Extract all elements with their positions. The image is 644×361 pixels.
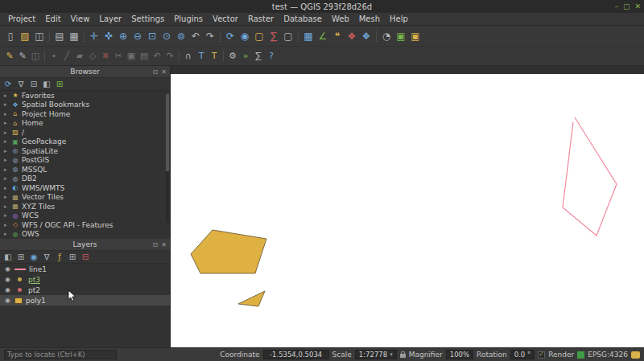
browser-item-project-home[interactable]: ▸ ⌂ Project Home — [0, 109, 170, 119]
menu-edit[interactable]: Edit — [40, 14, 65, 23]
zoom-to-layer-icon[interactable]: ⊚ — [174, 29, 188, 43]
map-themes-icon[interactable]: ◉ — [28, 252, 39, 263]
copy-features-icon[interactable]: ▣ — [125, 50, 138, 63]
layer-diagram-icon[interactable]: T — [208, 50, 221, 63]
menu-layer[interactable]: Layer — [94, 14, 126, 23]
layer-row-poly1[interactable]: ◉ poly1 — [0, 295, 170, 306]
new-bookmark-icon[interactable]: ❖ — [345, 29, 359, 43]
zoom-last-icon[interactable]: ↶ — [188, 29, 203, 43]
delete-selected-icon[interactable]: ✖ — [99, 50, 112, 63]
scrollbar-thumb[interactable] — [166, 94, 169, 171]
browser-item-root[interactable]: ▸ ▨ / — [0, 128, 170, 137]
new-print-layout-icon[interactable]: ▤ — [52, 29, 67, 43]
rotation-spinbox[interactable]: 0.0 ° — [510, 350, 535, 359]
properties-widget-icon[interactable]: ◧ — [41, 79, 52, 90]
new-3d-map-view-icon[interactable]: ▣ — [394, 29, 408, 43]
expand-arrow-icon[interactable]: ▸ — [4, 175, 9, 182]
map-feature-poly1-small[interactable] — [238, 291, 265, 306]
visibility-checkbox[interactable]: ◉ — [4, 276, 11, 283]
zoom-in-icon[interactable]: ⊕ — [116, 29, 130, 43]
menu-web[interactable]: Web — [327, 14, 354, 23]
scale-combobox[interactable]: 1:72778 ▾ — [355, 350, 397, 359]
zoom-full-icon[interactable]: ⊡ — [145, 29, 159, 43]
menu-help[interactable]: Help — [385, 14, 413, 23]
render-checkbox[interactable]: ✓ — [538, 351, 545, 359]
statistical-summary-icon[interactable]: ∑ — [252, 50, 265, 63]
temporal-controller-icon[interactable]: ◔ — [379, 29, 394, 43]
browser-item-db2[interactable]: ▸ ◍ DB2 — [0, 174, 170, 184]
crs-button[interactable]: EPSG:4326 — [588, 351, 628, 359]
cut-features-icon[interactable]: ✂ — [112, 50, 125, 63]
pan-to-selection-icon[interactable]: ✜ — [101, 29, 116, 43]
layer-row-pt3[interactable]: ◉ pt3 — [0, 274, 170, 285]
browser-item-home[interactable]: ▸ ⌂ Home — [0, 119, 170, 129]
close-icon[interactable]: ✕ — [161, 241, 167, 248]
browser-panel-header[interactable]: Browser ⊡ ✕ — [0, 66, 170, 78]
visibility-checkbox[interactable]: ◉ — [4, 286, 11, 293]
layer-row-line1[interactable]: ◉ line1 — [0, 264, 170, 274]
expand-arrow-icon[interactable]: ▸ — [4, 185, 9, 191]
redo-icon[interactable]: ↷ — [163, 50, 176, 63]
messages-icon[interactable]: ▣ — [408, 29, 423, 43]
paste-features-icon[interactable]: ▤ — [138, 50, 151, 63]
lock-scale-icon[interactable] — [400, 354, 406, 358]
maximize-icon[interactable]: ▢ — [623, 3, 630, 10]
expand-arrow-icon[interactable]: ▸ — [4, 129, 9, 136]
undo-icon[interactable]: ↶ — [151, 50, 163, 63]
toggle-editing-icon[interactable]: ✎ — [16, 50, 29, 63]
digitize-polygon-icon[interactable]: ▰ — [73, 50, 86, 63]
browser-item-xyz-tiles[interactable]: ▸ ▦ XYZ Tiles — [0, 202, 170, 211]
add-group-icon[interactable]: ⊞ — [15, 252, 27, 263]
menu-raster[interactable]: Raster — [243, 14, 279, 23]
expand-arrow-icon[interactable]: ▸ — [4, 231, 9, 237]
expand-arrow-icon[interactable]: ▸ — [4, 101, 9, 108]
help-icon[interactable]: ? — [265, 50, 278, 63]
expand-arrow-icon[interactable]: ▸ — [4, 120, 9, 126]
browser-item-ows[interactable]: ▸ ◍ OWS — [0, 230, 170, 240]
expand-arrow-icon[interactable]: ▸ — [4, 212, 9, 219]
visibility-checkbox[interactable]: ◉ — [4, 265, 11, 273]
coordinate-input[interactable] — [263, 350, 329, 359]
browser-item-vector-tiles[interactable]: ▸ ▦ Vector Tiles — [0, 193, 170, 203]
new-project-icon[interactable]: ▯ — [3, 29, 18, 43]
python-console-icon[interactable]: » — [239, 50, 252, 63]
layout-manager-icon[interactable]: ▦ — [67, 29, 81, 43]
vertex-tool-icon[interactable]: ◇ — [86, 50, 99, 63]
browser-item-spatialite[interactable]: ▸ ◎ SpatiaLite — [0, 146, 170, 156]
zoom-next-icon[interactable]: ↷ — [203, 29, 217, 43]
expand-arrow-icon[interactable]: ▸ — [4, 222, 9, 228]
open-attribute-table-icon[interactable]: ▦ — [301, 29, 316, 43]
expand-arrow-icon[interactable]: ▸ — [4, 166, 9, 173]
menu-settings[interactable]: Settings — [126, 14, 169, 23]
digitize-point-icon[interactable]: ∙ — [47, 50, 60, 63]
layer-styling-icon[interactable]: ◧ — [2, 252, 14, 263]
expand-all-icon[interactable]: ⊞ — [67, 252, 78, 263]
magnifier-spinbox[interactable]: 100% — [446, 350, 473, 359]
browser-item-wcs[interactable]: ▸ ◍ WCS — [0, 211, 170, 221]
refresh-browser-icon[interactable]: ⟳ — [2, 79, 14, 90]
pan-map-icon[interactable]: ✛ — [87, 29, 101, 43]
browser-item-favorites[interactable]: ▸ ★ Favorites — [0, 91, 170, 101]
menu-project[interactable]: Project — [3, 14, 40, 23]
filter-by-expression-icon[interactable]: ƒ — [54, 252, 65, 263]
expand-arrow-icon[interactable]: ▸ — [4, 194, 9, 200]
select-features-icon[interactable]: ▢ — [252, 29, 266, 43]
layer-labeling-icon[interactable]: T — [195, 50, 208, 63]
browser-item-spatial-bookmarks[interactable]: ▸ ❖ Spatial Bookmarks — [0, 101, 170, 110]
menu-vector[interactable]: Vector — [208, 14, 243, 23]
save-edits-icon[interactable]: ◫ — [29, 50, 42, 63]
close-icon[interactable]: ✕ — [161, 68, 167, 76]
close-icon[interactable]: ✕ — [634, 3, 641, 10]
menu-view[interactable]: View — [66, 14, 95, 23]
measure-line-icon[interactable]: ∠ — [316, 29, 330, 43]
show-bookmarks-icon[interactable]: ❖ — [359, 29, 374, 43]
locate-input[interactable] — [4, 350, 117, 359]
select-by-expression-icon[interactable]: ∑ — [266, 29, 281, 43]
identify-features-icon[interactable]: ◉ — [237, 29, 252, 43]
map-tips-icon[interactable]: ❝ — [330, 29, 345, 43]
zoom-out-icon[interactable]: ⊖ — [130, 29, 145, 43]
deselect-features-icon[interactable]: ▢ — [281, 29, 295, 43]
browser-item-wfs[interactable]: ▸ ◇ WFS / OGC API - Features — [0, 220, 170, 230]
browser-item-geopackage[interactable]: ▸ ▣ GeoPackage — [0, 137, 170, 147]
map-feature-line1[interactable] — [563, 117, 617, 236]
